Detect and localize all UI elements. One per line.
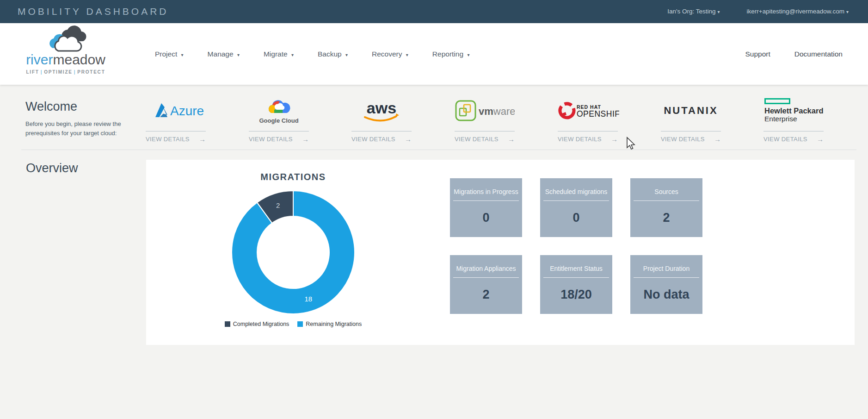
overview-title: Overview	[26, 161, 78, 175]
nav-links: Support Documentation	[745, 23, 843, 85]
vmware-logo-icon: vmware	[455, 90, 515, 131]
card-migration-appliances: Migration Appliances 2	[450, 255, 522, 314]
arrow-right-icon: →	[199, 135, 206, 143]
card-value: 0	[450, 211, 522, 225]
card-project-duration: Project Duration No data	[630, 255, 702, 314]
welcome-subtitle: Before you begin, please review the prer…	[25, 119, 143, 138]
svg-text:Azure: Azure	[170, 104, 204, 118]
view-details-nutanix[interactable]: VIEW DETAILS→	[661, 131, 721, 143]
card-value: 18/20	[540, 288, 612, 302]
hpe-logo-icon: Hewlett Packard Enterprise	[763, 90, 824, 131]
legend-item[interactable]: Completed Migrations	[225, 321, 289, 327]
main-navbar: rivermeadow LIFT|OPTIMIZE|PROTECT Projec…	[0, 23, 868, 85]
chevron-down-icon: ▾	[181, 52, 184, 57]
view-details-hpe[interactable]: VIEW DETAILS→	[763, 131, 824, 143]
overview-panel: MIGRATIONS 218 Completed MigrationsRemai…	[146, 160, 855, 345]
mobility-dashboard-page: MOBILITY DASHBOARD Ian's Org: Testing▾ i…	[0, 0, 868, 419]
view-details-vmware[interactable]: VIEW DETAILS→	[455, 131, 515, 143]
nav-menu-recovery[interactable]: Recovery ▾	[372, 50, 408, 58]
view-details-google-cloud[interactable]: VIEW DETAILS→	[249, 131, 309, 143]
donut-slice-value: 2	[276, 201, 280, 209]
card-entitlement-status: Entitlement Status 18/20	[540, 255, 612, 314]
provider-google-cloud: Google Cloud VIEW DETAILS→	[249, 90, 309, 143]
welcome-title: Welcome	[25, 100, 143, 114]
chevron-down-icon: ▾	[718, 9, 720, 14]
nav-menu-backup[interactable]: Backup ▾	[318, 50, 348, 58]
page-title: MOBILITY DASHBOARD	[18, 6, 169, 17]
welcome-block: Welcome Before you begin, please review …	[25, 100, 143, 138]
divider	[543, 200, 609, 201]
arrow-right-icon: →	[714, 135, 721, 143]
donut-slice[interactable]	[232, 191, 355, 314]
card-value: 0	[540, 211, 612, 225]
legend-swatch-icon	[225, 321, 230, 327]
legend-label: Completed Migrations	[233, 321, 289, 327]
card-value: 2	[450, 288, 522, 302]
nav-menu-project[interactable]: Project ▾	[155, 50, 184, 58]
chart-legend: Completed MigrationsRemaining Migrations	[201, 321, 386, 327]
svg-text:aws: aws	[367, 99, 396, 117]
azure-logo-icon: Azure	[146, 90, 206, 131]
chevron-down-icon: ▾	[291, 52, 294, 57]
legend-item[interactable]: Remaining Migrations	[297, 321, 362, 327]
legend-label: Remaining Migrations	[306, 321, 362, 327]
chevron-down-icon: ▾	[846, 9, 849, 14]
mouse-cursor-icon	[625, 137, 635, 150]
card-value: 2	[630, 211, 702, 225]
nav-menu-manage[interactable]: Manage ▾	[208, 50, 240, 58]
divider	[453, 277, 519, 278]
card-scheduled-migrations: Scheduled migrations 0	[540, 178, 612, 237]
chevron-down-icon: ▾	[237, 52, 240, 57]
chart-title: MIGRATIONS	[224, 172, 363, 182]
provider-nutanix: NUTANIX VIEW DETAILS→	[661, 90, 721, 143]
nutanix-logo-icon: NUTANIX	[661, 90, 721, 131]
user-menu[interactable]: ikerr+apitesting@rivermeadow.com▾	[747, 8, 849, 15]
stat-cards: Migrations in Progress 0 Scheduled migra…	[450, 178, 702, 314]
legend-swatch-icon	[297, 321, 303, 327]
documentation-link[interactable]: Documentation	[794, 50, 843, 58]
divider	[543, 277, 609, 278]
arrow-right-icon: →	[817, 135, 824, 143]
chevron-down-icon: ▾	[467, 52, 469, 57]
rivermeadow-logo[interactable]: rivermeadow LIFT|OPTIMIZE|PROTECT	[24, 25, 107, 75]
view-details-azure[interactable]: VIEW DETAILS→	[146, 131, 206, 143]
chevron-down-icon: ▾	[345, 52, 348, 57]
nav-menus: Project ▾ Manage ▾ Migrate ▾ Backup ▾ Re…	[155, 23, 469, 85]
view-details-aws[interactable]: VIEW DETAILS→	[351, 131, 412, 143]
divider	[634, 200, 699, 201]
migrations-donut-chart: 218	[224, 183, 363, 322]
provider-azure: Azure VIEW DETAILS→	[146, 90, 206, 143]
provider-aws: aws VIEW DETAILS→	[351, 90, 412, 143]
divider	[21, 150, 856, 150]
card-migrations-in-progress: Migrations in Progress 0	[450, 178, 522, 237]
donut-slice-value: 18	[304, 295, 312, 303]
provider-hpe: Hewlett Packard Enterprise VIEW DETAILS→	[763, 90, 824, 143]
arrow-right-icon: →	[611, 135, 618, 143]
card-value: No data	[630, 288, 702, 302]
nav-menu-reporting[interactable]: Reporting ▾	[432, 50, 470, 58]
top-bar: MOBILITY DASHBOARD Ian's Org: Testing▾ i…	[0, 0, 868, 23]
support-link[interactable]: Support	[745, 50, 770, 58]
openshift-logo-icon: RED HAT OPENSHIFT	[558, 90, 618, 131]
divider	[453, 200, 519, 201]
brand-wordmark: rivermeadow	[24, 53, 107, 67]
chevron-down-icon: ▾	[406, 52, 408, 57]
provider-vmware: vmware VIEW DETAILS→	[455, 90, 515, 143]
hpe-green-rect	[764, 98, 790, 104]
org-selector[interactable]: Ian's Org: Testing▾	[667, 8, 720, 15]
arrow-right-icon: →	[405, 135, 412, 143]
aws-logo-icon: aws	[351, 90, 412, 131]
cloud-logo-icon	[43, 25, 89, 54]
brand-tagline: LIFT|OPTIMIZE|PROTECT	[24, 69, 107, 75]
google-cloud-caption: Google Cloud	[259, 117, 298, 124]
card-sources: Sources 2	[630, 178, 702, 237]
divider	[634, 277, 699, 278]
arrow-right-icon: →	[508, 135, 515, 143]
view-details-openshift[interactable]: VIEW DETAILS→	[558, 131, 618, 143]
svg-text:OPENSHIFT: OPENSHIFT	[577, 109, 619, 119]
arrow-right-icon: →	[302, 135, 309, 143]
svg-text:vmware: vmware	[479, 106, 515, 117]
provider-openshift: RED HAT OPENSHIFT VIEW DETAILS→	[558, 90, 618, 143]
nav-menu-migrate[interactable]: Migrate ▾	[264, 50, 294, 58]
google-cloud-logo-icon: Google Cloud	[249, 90, 309, 131]
